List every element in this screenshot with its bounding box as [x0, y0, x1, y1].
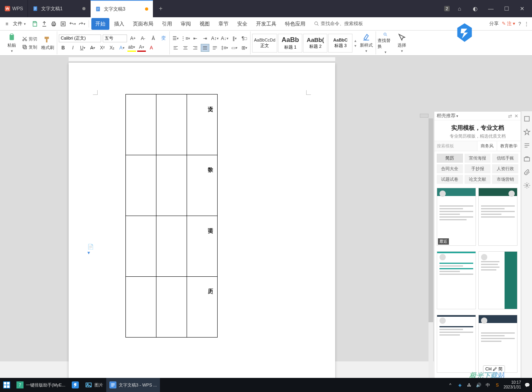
- help-icon[interactable]: ?: [518, 21, 521, 27]
- rb-style-icon[interactable]: [523, 129, 530, 136]
- template-thumb-4[interactable]: [478, 251, 517, 309]
- find-replace-button[interactable]: 查找替换: [378, 32, 393, 54]
- font-family-combo[interactable]: [59, 34, 101, 42]
- phonetic-icon[interactable]: 变: [159, 34, 168, 42]
- menu-tab-section[interactable]: 章节: [214, 18, 232, 30]
- menu-tab-dev[interactable]: 开发工具: [252, 18, 280, 30]
- tray-sogou-icon[interactable]: S: [494, 382, 501, 388]
- menu-tab-insert[interactable]: 插入: [110, 18, 128, 30]
- document-table[interactable]: 语文 数学 英语 历史: [125, 94, 218, 338]
- line-spacing-icon[interactable]: ‡≡: [220, 44, 229, 52]
- tray-network-icon[interactable]: 🖧: [466, 382, 472, 388]
- redo-icon[interactable]: [78, 20, 85, 27]
- subscript-icon[interactable]: X₂: [108, 44, 116, 52]
- tray-cube-icon[interactable]: ◈: [457, 382, 463, 388]
- system-clock[interactable]: 10:17 2023/1/31: [504, 380, 521, 390]
- split-view-handle[interactable]: [420, 114, 429, 118]
- skin-icon[interactable]: ◐: [469, 5, 481, 12]
- bold-icon[interactable]: B: [59, 44, 67, 52]
- app-menu-icon[interactable]: ⌂: [454, 5, 465, 12]
- cut-button[interactable]: 剪切: [20, 35, 39, 43]
- task-pictures[interactable]: 图片: [82, 378, 106, 392]
- app-brand[interactable]: WPS: [0, 0, 27, 17]
- tab-close-icon[interactable]: [82, 7, 85, 10]
- task-wps[interactable]: 文字文稿3 - WPS ...: [106, 378, 160, 392]
- filter-business[interactable]: 商务风: [477, 141, 497, 151]
- ime-indicator[interactable]: CH 🖉 简: [483, 365, 505, 373]
- strikethrough-icon[interactable]: A̶: [88, 44, 97, 52]
- style-heading2[interactable]: AaBb(标题 2: [303, 34, 327, 53]
- tag-poster[interactable]: 宣传海报: [465, 154, 491, 163]
- rb-attach-icon[interactable]: [523, 169, 530, 176]
- tag-contract[interactable]: 合同大全: [437, 164, 463, 173]
- shading-icon[interactable]: ▭: [230, 44, 239, 52]
- template-thumb-5[interactable]: [437, 315, 476, 373]
- tag-resume[interactable]: 简历: [437, 154, 463, 163]
- template-thumb-1[interactable]: 最近: [437, 188, 476, 246]
- command-search[interactable]: 查找命令、搜索模板: [314, 20, 363, 27]
- tab-modified-icon[interactable]: [145, 7, 148, 11]
- menu-tab-reference[interactable]: 引用: [158, 18, 176, 30]
- increase-indent-icon[interactable]: ⇥: [201, 34, 209, 42]
- numbering-icon[interactable]: ⋮≡: [181, 34, 190, 42]
- minimize-icon[interactable]: —: [485, 5, 497, 12]
- paste-button[interactable]: 粘贴: [4, 32, 20, 54]
- undo-icon[interactable]: [69, 20, 76, 27]
- note-button[interactable]: ✎ 注 ▾: [502, 20, 516, 27]
- char-style-icon[interactable]: A: [147, 44, 156, 52]
- show-marks-icon[interactable]: ¶□: [240, 34, 249, 42]
- notification-badge[interactable]: 2: [444, 6, 450, 11]
- more-icon[interactable]: ⋮: [524, 21, 529, 27]
- tray-volume-icon[interactable]: 🔊: [476, 382, 482, 388]
- rb-toolbox-icon[interactable]: [523, 155, 530, 162]
- menu-tab-layout[interactable]: 页面布局: [129, 18, 157, 30]
- tag-exam[interactable]: 试题试卷: [437, 175, 463, 184]
- align-left-icon[interactable]: [171, 44, 180, 52]
- tray-ime-icon[interactable]: 中: [485, 382, 491, 388]
- save-icon[interactable]: [31, 20, 38, 27]
- highlight-icon[interactable]: ab: [127, 44, 136, 52]
- panel-close-icon[interactable]: ✕: [514, 113, 518, 119]
- file-menu[interactable]: 文件: [11, 20, 28, 27]
- filter-education[interactable]: 教育教学: [497, 141, 521, 151]
- document-page[interactable]: 📄▾ 语文 数学 英语 历史: [69, 63, 335, 392]
- rb-templates-icon[interactable]: [523, 115, 530, 122]
- select-button[interactable]: 选择: [394, 32, 410, 54]
- distribute-icon[interactable]: [211, 44, 219, 52]
- share-button[interactable]: 分享: [489, 20, 499, 27]
- horizontal-ruler[interactable]: [69, 57, 335, 61]
- print-preview-icon[interactable]: [60, 20, 67, 27]
- align-justify-icon[interactable]: [201, 44, 209, 52]
- tag-handwrite[interactable]: 手抄报: [465, 164, 491, 173]
- align-center-icon[interactable]: [181, 44, 190, 52]
- grow-font-icon[interactable]: A+: [129, 34, 137, 42]
- vert-align-icon[interactable]: ‖: [230, 34, 239, 42]
- text-direction-icon[interactable]: A↕: [211, 34, 219, 42]
- menu-tab-view[interactable]: 视图: [196, 18, 214, 30]
- align-right-icon[interactable]: [191, 44, 200, 52]
- font-color-icon[interactable]: A: [137, 44, 146, 52]
- panel-settings-icon[interactable]: ⇄: [508, 113, 512, 119]
- menu-tab-security[interactable]: 安全: [233, 18, 251, 30]
- tag-hr[interactable]: 人资行政: [492, 164, 518, 173]
- italic-icon[interactable]: I: [69, 44, 77, 52]
- rb-settings-icon[interactable]: [523, 182, 530, 189]
- borders-icon[interactable]: ⊞: [240, 44, 249, 52]
- document-tab-1[interactable]: 文字文稿1: [27, 0, 90, 17]
- tag-marketing[interactable]: 市场营销: [492, 175, 518, 184]
- tray-chevron-icon[interactable]: ^: [447, 382, 454, 388]
- tray-notifications-icon[interactable]: 💬: [524, 382, 530, 388]
- template-thumb-2[interactable]: [478, 188, 517, 246]
- new-tab-button[interactable]: +: [153, 0, 169, 17]
- template-thumb-3[interactable]: [437, 251, 476, 309]
- copy-button[interactable]: 复制: [20, 44, 39, 51]
- style-heading1[interactable]: AaBb标题 1: [278, 34, 302, 53]
- bullets-icon[interactable]: ☰: [171, 34, 180, 42]
- export-icon[interactable]: [41, 20, 48, 27]
- document-tab-2[interactable]: 文字文稿3: [90, 0, 153, 17]
- tag-thesis[interactable]: 论文文献: [465, 175, 491, 184]
- style-normal[interactable]: AaBbCcDd正文: [252, 34, 277, 53]
- superscript-icon[interactable]: X²: [98, 44, 107, 52]
- sort-icon[interactable]: A↓: [220, 34, 229, 42]
- print-icon[interactable]: [50, 20, 57, 27]
